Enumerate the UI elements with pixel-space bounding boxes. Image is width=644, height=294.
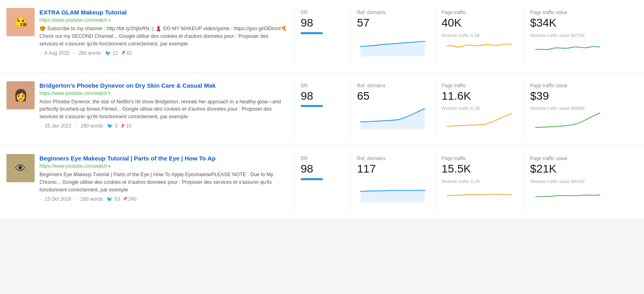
result-row-3: 👁 Beginners Eye Makeup Tutorial | Parts … <box>0 146 644 219</box>
traffic-val-chart-1 <box>530 38 605 63</box>
twitter-count-1: 12 <box>113 50 118 56</box>
dr-cell-1: DR 98 <box>294 6 350 66</box>
traffic-value-1: 40K <box>442 16 517 30</box>
result-meta-2: · 25 Jan 2022 · 280 words 🐦 3 P 10 <box>39 123 287 129</box>
result-title-3[interactable]: Beginners Eye Makeup Tutorial | Parts of… <box>39 154 287 162</box>
ref-chart-3 <box>357 178 428 209</box>
thumbnail-2: 👩 <box>6 81 35 109</box>
traffic-label-3: Page traffic <box>442 156 517 161</box>
meta-dot-2: · <box>39 123 41 129</box>
dr-value-2: 98 <box>301 89 344 103</box>
traffic-chart-2 <box>442 111 517 136</box>
traffic-cell-1: Page traffic 40K Website traffic 6.5B <box>435 6 523 66</box>
dr-bar-2 <box>301 105 323 107</box>
result-row-2: 👩 Bridgerton's Phoebe Dynevor on Dry Ski… <box>0 73 644 146</box>
dr-value-3: 98 <box>301 162 344 176</box>
url-text-3: https://www.youtube.com/watch <box>39 163 107 169</box>
pinterest-icon-2: P <box>122 123 124 129</box>
traffic-sub-3: Website traffic 6.2B <box>442 179 517 184</box>
traffic-cell-2: Page traffic 11.6K Website traffic 6.3B <box>435 80 523 140</box>
traffic-value-2: 11.6K <box>442 89 517 103</box>
ref-label-2: Ref. domains <box>357 83 428 88</box>
twitter-icon-3: 🐦 <box>107 196 113 202</box>
traffic-chart-3 <box>442 184 517 209</box>
url-text-2: https://www.youtube.com/watch <box>39 90 107 96</box>
meta-dot-1: · <box>39 50 41 56</box>
traffic-val-chart-2 <box>530 111 605 136</box>
twitter-count-2: 3 <box>115 123 118 129</box>
traffic-val-value-1: $34K <box>530 16 605 30</box>
traffic-val-cell-1: Page traffic value $34K Website traffic … <box>523 6 612 66</box>
meta-dot2-1: · <box>73 50 74 56</box>
pinterest-count-1: 82 <box>127 50 132 56</box>
result-title-1[interactable]: EXTRA GLAM Makeup Tutorial <box>39 8 287 16</box>
traffic-val-value-3: $21K <box>530 162 605 176</box>
result-title-2[interactable]: Bridgerton's Phoebe Dynevor on Dry Skin … <box>39 81 287 90</box>
traffic-value-3: 15.5K <box>442 162 517 176</box>
dr-cell-3: DR 98 <box>294 152 350 212</box>
text-content-1: EXTRA GLAM Makeup Tutorial https://www.y… <box>39 8 287 56</box>
meta-pinterest-1: P 82 <box>122 50 132 56</box>
meta-words-1: 280 words <box>78 50 101 56</box>
dr-value-1: 98 <box>301 16 344 30</box>
ref-cell-2: Ref. domains 65 <box>350 80 435 140</box>
traffic-label-2: Page traffic <box>442 83 517 88</box>
ref-chart-2 <box>357 105 428 136</box>
meta-twitter-2: 🐦 3 <box>107 123 118 129</box>
result-description-2: Actor Phoebe Dynevor, the star of Netfli… <box>39 98 287 121</box>
dr-label-3: DR <box>301 156 344 161</box>
meta-dot2-2: · <box>75 123 76 129</box>
result-main-1: 😘 EXTRA GLAM Makeup Tutorial https://www… <box>0 6 294 66</box>
twitter-icon-2: 🐦 <box>107 123 113 129</box>
pinterest-count-3: 240 <box>128 196 136 202</box>
dr-bar-3 <box>301 178 323 180</box>
twitter-count-3: 53 <box>114 196 120 202</box>
meta-pinterest-2: P 10 <box>122 123 132 129</box>
dr-cell-2: DR 98 <box>294 80 350 140</box>
ref-value-1: 57 <box>357 16 428 30</box>
pinterest-icon-1: P <box>122 50 125 56</box>
traffic-val-cell-3: Page traffic value $21K Website traffic … <box>523 152 612 212</box>
traffic-val-sub-2: Website traffic value $986M <box>530 106 605 111</box>
meta-twitter-1: 🐦 12 <box>105 50 118 56</box>
result-url-2[interactable]: https://www.youtube.com/watch ▾ <box>39 90 287 96</box>
thumbnail-1: 😘 <box>6 8 35 36</box>
url-dropdown-icon-3[interactable]: ▾ <box>108 164 110 169</box>
meta-words-3: 280 words <box>80 196 103 202</box>
text-content-3: Beginners Eye Makeup Tutorial | Parts of… <box>39 154 287 202</box>
traffic-label-1: Page traffic <box>442 10 517 15</box>
result-main-3: 👁 Beginners Eye Makeup Tutorial | Parts … <box>0 152 294 212</box>
meta-date-3: 15 Oct 2018 <box>45 196 71 202</box>
thumbnail-image-3: 👁 <box>6 154 35 182</box>
text-content-2: Bridgerton's Phoebe Dynevor on Dry Skin … <box>39 81 287 129</box>
dr-label-1: DR <box>301 10 344 15</box>
traffic-val-value-2: $39 <box>530 89 605 103</box>
traffic-chart-1 <box>442 38 517 63</box>
traffic-val-label-3: Page traffic value <box>530 156 605 161</box>
ref-value-3: 117 <box>357 162 428 176</box>
result-description-3: Beginners Eye Makeup Tutorial | Parts of… <box>39 171 287 193</box>
result-url-1[interactable]: https://www.youtube.com/watch ▾ <box>39 17 287 23</box>
thumbnail-image-1: 😘 <box>6 8 35 36</box>
ref-cell-3: Ref. domains 117 <box>350 152 435 212</box>
dr-label-2: DR <box>301 83 344 88</box>
meta-date-2: 25 Jan 2022 <box>45 123 71 129</box>
result-url-3[interactable]: https://www.youtube.com/watch ▾ <box>39 163 287 169</box>
ref-cell-1: Ref. domains 57 <box>350 6 435 66</box>
traffic-val-label-2: Page traffic value <box>530 83 605 88</box>
meta-words-2: 280 words <box>81 123 103 129</box>
meta-pinterest-3: P 240 <box>124 196 136 202</box>
pinterest-icon-3: P <box>124 196 127 202</box>
result-meta-1: · 6 Aug 2020 · 280 words 🐦 12 P 82 <box>39 50 287 56</box>
result-row-1: 😘 EXTRA GLAM Makeup Tutorial https://www… <box>0 0 644 73</box>
traffic-val-chart-3 <box>530 184 605 209</box>
ref-value-2: 65 <box>357 89 428 103</box>
url-dropdown-icon-2[interactable]: ▾ <box>108 91 110 95</box>
dr-bar-1 <box>301 32 323 34</box>
traffic-cell-3: Page traffic 15.5K Website traffic 6.2B <box>435 152 523 212</box>
traffic-sub-1: Website traffic 6.5B <box>442 33 517 38</box>
url-dropdown-icon-1[interactable]: ▾ <box>108 18 110 23</box>
twitter-icon-1: 🐦 <box>105 50 111 56</box>
traffic-val-cell-2: Page traffic value $39 Website traffic v… <box>523 80 612 140</box>
result-meta-3: · 15 Oct 2018 · 280 words 🐦 53 P 240 <box>39 196 287 202</box>
